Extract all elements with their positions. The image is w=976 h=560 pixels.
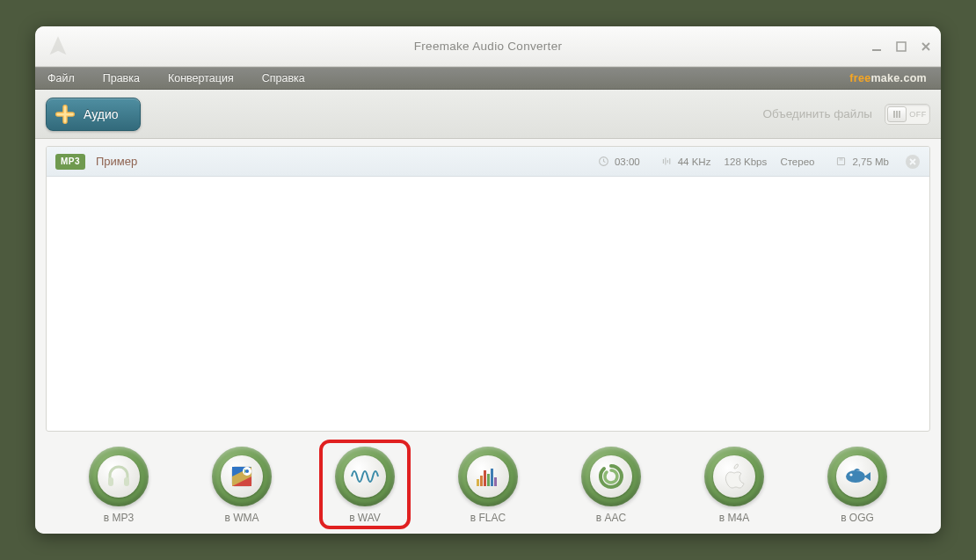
format-flac-label: в FLAC — [470, 512, 506, 524]
svg-rect-6 — [108, 477, 113, 486]
maximize-button[interactable] — [895, 40, 907, 53]
format-ogg-label: в OGG — [841, 512, 874, 524]
window-controls — [870, 26, 932, 66]
format-badge: MP3 — [55, 154, 85, 170]
svg-point-17 — [846, 470, 865, 483]
file-row[interactable]: MP3 Пример 03:00 44 KHz 128 Kbps Стерео … — [47, 147, 929, 177]
minimize-button[interactable] — [870, 40, 883, 53]
apple-icon — [720, 462, 748, 491]
format-wav-label: в WAV — [349, 512, 381, 524]
svg-rect-1 — [897, 42, 906, 51]
wma-flag-icon — [226, 461, 258, 492]
menu-edit[interactable]: Правка — [103, 72, 140, 84]
format-bar: в MP3 в WMA в WAV — [35, 435, 941, 534]
format-flac-button[interactable]: в FLAC — [444, 441, 532, 527]
svg-rect-13 — [484, 470, 486, 486]
disk-icon — [835, 156, 847, 167]
file-name: Пример — [96, 155, 137, 168]
format-mp3-button[interactable]: в MP3 — [75, 441, 163, 527]
toggle-state-label: OFF — [907, 110, 929, 119]
bars-icon — [473, 462, 503, 491]
format-m4a-button[interactable]: в M4A — [690, 441, 778, 527]
window-title: Freemake Audio Converter — [35, 40, 941, 53]
svg-point-10 — [245, 469, 249, 473]
svg-rect-4 — [840, 157, 843, 160]
close-button[interactable] — [920, 40, 932, 53]
equalizer-icon — [661, 156, 673, 167]
merge-files-label: Объединить файлы — [762, 107, 872, 120]
svg-rect-7 — [124, 477, 129, 486]
format-aac-button[interactable]: в AAC — [567, 441, 655, 527]
svg-point-18 — [849, 473, 852, 476]
menu-help[interactable]: Справка — [262, 72, 305, 84]
remove-file-button[interactable] — [905, 154, 921, 170]
toggle-grip-icon — [887, 106, 907, 122]
clock-icon — [598, 156, 609, 167]
format-ogg-button[interactable]: в OGG — [813, 441, 901, 527]
svg-rect-11 — [477, 479, 479, 486]
menu-convert[interactable]: Конвертация — [168, 72, 234, 84]
fish-icon — [841, 461, 873, 492]
plus-icon — [55, 105, 75, 124]
format-wav-button[interactable]: в WAV — [321, 441, 409, 527]
format-m4a-label: в M4A — [719, 512, 749, 524]
menu-file[interactable]: Файл — [47, 72, 75, 84]
headphones-icon — [104, 462, 134, 491]
format-wma-label: в WMA — [224, 512, 259, 524]
format-wma-button[interactable]: в WMA — [198, 441, 286, 527]
file-duration: 03:00 — [598, 156, 640, 167]
brand-link[interactable]: freemake.com — [849, 72, 927, 84]
toolbar: Аудио Объединить файлы OFF — [35, 90, 941, 139]
menu-bar: Файл Правка Конвертация Справка freemake… — [35, 67, 941, 90]
svg-rect-16 — [494, 477, 497, 486]
svg-rect-12 — [480, 476, 483, 486]
add-audio-label: Аудио — [84, 107, 119, 121]
format-mp3-label: в MP3 — [104, 512, 134, 524]
file-audio-params: 44 KHz 128 Kbps Стерео — [661, 156, 815, 167]
format-aac-label: в AAC — [596, 512, 626, 524]
svg-rect-0 — [872, 49, 881, 51]
swirl-icon — [595, 461, 627, 492]
add-audio-button[interactable]: Аудио — [46, 98, 141, 131]
svg-rect-14 — [487, 474, 490, 486]
file-list: MP3 Пример 03:00 44 KHz 128 Kbps Стерео … — [46, 146, 930, 432]
waveform-icon — [349, 461, 381, 492]
merge-files-toggle[interactable]: OFF — [885, 104, 930, 125]
svg-rect-15 — [491, 469, 493, 486]
title-bar: Freemake Audio Converter — [35, 26, 941, 67]
file-size: 2,75 Mb — [835, 156, 889, 167]
app-window: Freemake Audio Converter Файл Правка Кон… — [35, 26, 941, 534]
